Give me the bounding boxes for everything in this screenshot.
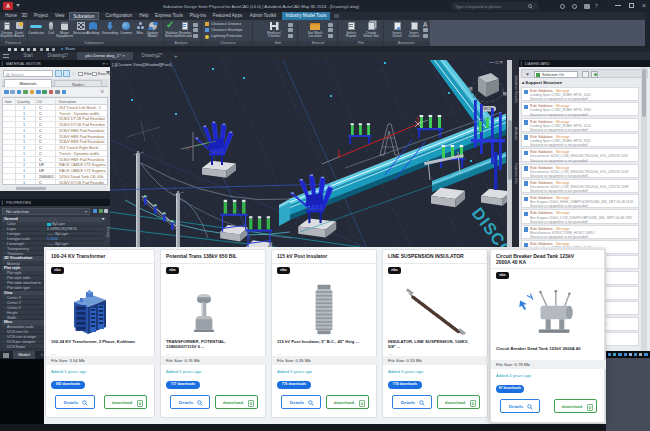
svg-text:— □ ×: — □ × <box>489 60 503 65</box>
